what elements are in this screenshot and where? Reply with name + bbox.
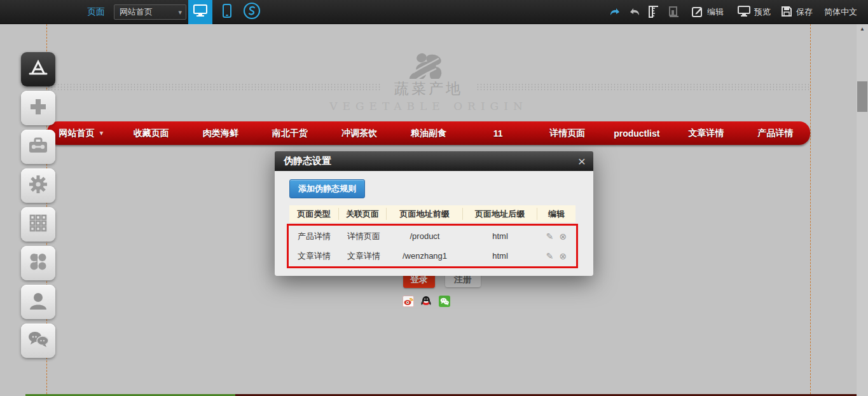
sidebar-item-components[interactable]	[21, 246, 55, 280]
qq-icon[interactable]	[420, 296, 432, 307]
edit-row-icon[interactable]: ✎	[546, 252, 554, 261]
sidebar-item-app-store[interactable]	[21, 52, 55, 86]
nav-item[interactable]: 冲调茶饮	[324, 121, 394, 145]
header-url-prefix: 页面地址前缀	[387, 208, 463, 220]
row-url-prefix: /wenzhang1	[387, 251, 463, 261]
toolbox-icon	[27, 136, 49, 158]
language-switch[interactable]: 简体中文	[824, 0, 857, 24]
sidebar-item-toolbox[interactable]	[21, 130, 55, 164]
plus-icon	[29, 97, 48, 119]
row-page-type: 产品详情	[289, 231, 339, 242]
mobile-view-button[interactable]	[216, 0, 238, 24]
page-label: 页面	[87, 6, 105, 18]
nav-item[interactable]: 南北干货	[255, 121, 324, 145]
sidebar-item-chat[interactable]	[21, 324, 55, 358]
undo-button[interactable]	[607, 0, 623, 24]
header-edit: 编辑	[537, 208, 575, 220]
table-row: 文章详情 文章详情 /wenzhang1 html ✎ ⊗	[289, 246, 575, 266]
rules-table: 页面类型 关联页面 页面地址前缀 页面地址后缀 编辑 产品详情 详情页面 /pr…	[289, 205, 575, 268]
clover-icon	[28, 252, 48, 275]
page-select-value: 网站首页	[120, 7, 153, 17]
redo-button[interactable]	[627, 0, 642, 24]
modal-title: 伪静态设置	[284, 155, 331, 167]
scrollbar-up-icon[interactable]: ▲	[857, 26, 868, 32]
row-actions: ✎ ⊗	[537, 252, 575, 261]
save-label: 保存	[796, 6, 813, 18]
sidebar-item-member[interactable]	[21, 285, 55, 319]
chat-bubbles-icon	[27, 330, 50, 352]
nav-item[interactable]: productlist	[602, 121, 672, 145]
right-guide-line	[810, 24, 811, 394]
scrollbar-thumb[interactable]	[857, 81, 867, 112]
sidebar-item-settings[interactable]	[21, 168, 55, 203]
rules-table-header: 页面类型 关联页面 页面地址前缀 页面地址后缀 编辑	[289, 205, 575, 222]
user-icon	[28, 290, 48, 313]
add-rule-button[interactable]: 添加伪静态规则	[289, 179, 365, 198]
undo-icon	[609, 6, 621, 18]
design-logo-icon	[243, 2, 261, 22]
nav-item[interactable]: 肉类海鲜	[186, 121, 255, 145]
page-select[interactable]: 网站首页 ▾	[114, 4, 186, 20]
edit-label: 编辑	[707, 6, 724, 18]
site-navbar: 网站首页 ▼ 收藏页面 肉类海鲜 南北干货 冲调茶饮 粮油副食 11 详情页面 …	[47, 121, 810, 145]
row-actions: ✎ ⊗	[537, 232, 575, 241]
site-logo-subtitle: VEGETABLE ORIGIN	[47, 100, 810, 113]
site-logo-title-row: 蔬菜产地	[47, 79, 810, 99]
row-url-suffix: html	[463, 231, 537, 241]
sidebar-item-add-module[interactable]	[21, 91, 55, 125]
ruler-icon	[647, 4, 660, 20]
bar-chart-icon	[668, 6, 680, 19]
gear-icon	[27, 174, 49, 198]
edit-row-icon[interactable]: ✎	[546, 232, 554, 241]
editor-stage: 页面 网站首页 ▾	[0, 0, 868, 396]
save-disk-icon	[781, 6, 792, 19]
sidebar-item-modules-grid[interactable]	[21, 207, 55, 242]
preview-button[interactable]: 预览	[738, 0, 771, 24]
pseudo-static-modal: 伪静态设置 × 添加伪静态规则 页面类型 关联页面 页面地址前缀 页面地址后缀 …	[275, 151, 593, 276]
delete-row-icon[interactable]: ⊗	[560, 232, 567, 241]
grid-icon	[29, 214, 48, 235]
row-url-suffix: html	[463, 251, 537, 261]
nav-item-home[interactable]: 网站首页 ▼	[47, 121, 116, 145]
modal-body: 添加伪静态规则 页面类型 关联页面 页面地址前缀 页面地址后缀 编辑 产品详情 …	[275, 171, 593, 276]
header-url-suffix: 页面地址后缀	[463, 208, 537, 220]
preview-monitor-icon	[738, 6, 750, 19]
preview-label: 预览	[754, 6, 771, 18]
desktop-view-button[interactable]	[188, 0, 212, 24]
save-button[interactable]: 保存	[781, 0, 813, 24]
desktop-icon	[193, 4, 207, 20]
nav-item[interactable]: 详情页面	[533, 121, 602, 145]
chevron-down-icon: ▾	[178, 5, 182, 19]
modal-header[interactable]: 伪静态设置 ×	[275, 151, 593, 171]
wechat-icon[interactable]	[439, 296, 450, 307]
delete-row-icon[interactable]: ⊗	[560, 252, 567, 261]
row-linked-page: 详情页面	[339, 231, 387, 242]
nav-item[interactable]: 粮油副食	[394, 121, 463, 145]
row-linked-page: 文章详情	[339, 250, 387, 262]
close-icon[interactable]: ×	[578, 154, 586, 168]
nav-item[interactable]: 11	[464, 121, 533, 145]
weibo-icon[interactable]	[403, 296, 414, 307]
design-mode-button[interactable]	[240, 0, 264, 24]
chevron-down-icon: ▼	[99, 130, 105, 137]
table-row: 产品详情 详情页面 /product html ✎ ⊗	[289, 226, 575, 246]
rules-highlight-box: 产品详情 详情页面 /product html ✎ ⊗ 文章详情 文章详情 /w…	[287, 224, 578, 268]
app-store-icon	[27, 57, 49, 81]
redo-icon	[628, 6, 641, 18]
header-linked-page: 关联页面	[339, 208, 387, 220]
mobile-icon	[223, 4, 231, 20]
language-label: 简体中文	[824, 6, 857, 18]
nav-item[interactable]: 产品详情	[741, 121, 810, 145]
scrollbar[interactable]: ▲	[857, 24, 868, 396]
nav-item[interactable]: 收藏页面	[116, 121, 186, 145]
nav-item[interactable]: 文章详情	[672, 121, 741, 145]
edit-pencil-icon	[692, 6, 703, 19]
stats-button[interactable]	[666, 0, 682, 24]
ruler-button[interactable]	[646, 0, 661, 24]
site-logo-title[interactable]: 蔬菜产地	[382, 79, 476, 99]
row-url-prefix: /product	[387, 231, 463, 241]
top-toolbar: 页面 网站首页 ▾	[0, 0, 868, 24]
row-page-type: 文章详情	[289, 250, 339, 262]
header-page-type: 页面类型	[289, 208, 339, 220]
edit-button[interactable]: 编辑	[692, 0, 724, 24]
